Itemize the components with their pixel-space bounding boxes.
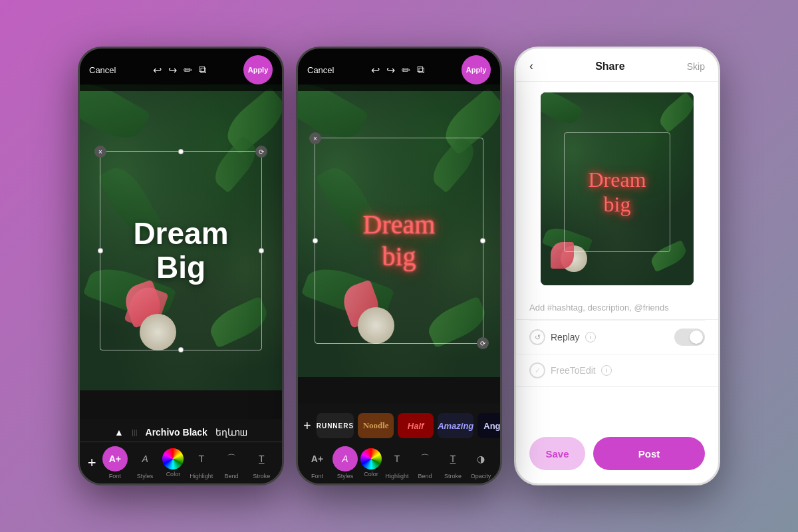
eraser-icon[interactable]: ✏ <box>184 64 192 76</box>
stroke-label: Stroke <box>253 473 270 479</box>
stroke-icon[interactable]: T <box>249 446 274 471</box>
font-indicator-left: ||| <box>132 428 138 436</box>
replay-info-icon[interactable]: i <box>585 332 596 342</box>
caption-placeholder: Add #hashtag, description, @friends <box>529 303 669 313</box>
highlight-label: Highlight <box>190 473 213 479</box>
styles-icon-2[interactable]: A <box>332 446 358 471</box>
tool-highlight[interactable]: T Highlight <box>189 446 214 479</box>
apply-button-1[interactable]: Apply <box>243 55 273 84</box>
bend-icon[interactable]: ⌒ <box>219 446 244 471</box>
toolbar-left-1: Cancel <box>89 65 116 75</box>
bend-label: Bend <box>224 473 238 479</box>
share-title: Share <box>595 61 624 72</box>
toolbar-1: Cancel ↩ ↪ ✏ ⧉ Apply <box>80 49 282 91</box>
font-name-alt-label[interactable]: եղևnш <box>215 427 247 438</box>
chevron-up-icon[interactable]: ▲ <box>114 427 124 438</box>
tool-stroke[interactable]: T Stroke <box>249 446 274 479</box>
handle-right[interactable] <box>259 248 264 253</box>
post-button[interactable]: Post <box>593 437 705 470</box>
styles-icon[interactable]: A <box>132 446 158 471</box>
style-noodle[interactable]: Noodle <box>358 413 394 438</box>
bottom-bar-2: + RUNNERS Noodle Half Amazing Angel Shin… <box>298 404 500 483</box>
text-box-1[interactable]: × ⟳ Dream Big <box>100 151 262 350</box>
handle-top[interactable] <box>178 149 184 154</box>
add-icon-2[interactable]: + <box>303 418 311 434</box>
font-label-2: Font <box>311 473 323 479</box>
stroke-icon-2[interactable]: T <box>440 446 466 471</box>
tool-bend-2[interactable]: ⌒ Bend <box>412 446 438 479</box>
styles-label: Styles <box>137 473 154 479</box>
style-amazing[interactable]: Amazing <box>438 413 473 438</box>
corner-x-icon[interactable]: × <box>94 146 106 158</box>
layers-icon-2[interactable]: ⧉ <box>417 64 424 76</box>
phone-1: Cancel ↩ ↪ ✏ ⧉ Apply × ⟳ <box>78 47 284 485</box>
tool-font[interactable]: A+ Font <box>102 446 128 479</box>
style-half[interactable]: Half <box>398 413 434 438</box>
canvas-2: × ⟳ Dream big <box>298 84 500 377</box>
toggle-knob-replay <box>690 331 703 344</box>
share-header: ‹ Share Skip <box>516 49 718 82</box>
replay-row: ↺ Replay i <box>516 321 718 354</box>
text-box-2[interactable]: × ⟳ Dream big <box>315 138 483 344</box>
handle-bottom[interactable] <box>178 347 184 352</box>
redo-icon[interactable]: ↪ <box>168 64 177 76</box>
color-icon[interactable] <box>162 448 184 469</box>
tool-font-2[interactable]: A+ Font <box>305 446 330 479</box>
font-label: Font <box>109 473 121 479</box>
font-name-label[interactable]: Archivo Black <box>146 427 207 438</box>
layers-icon[interactable]: ⧉ <box>199 64 206 76</box>
redo-icon-2[interactable]: ↪ <box>386 64 395 76</box>
add-icon[interactable]: + <box>88 454 96 471</box>
share-preview: Dream big <box>541 92 694 285</box>
highlight-icon-2[interactable]: T <box>384 446 410 471</box>
corner-rotate-icon[interactable]: ⟳ <box>255 146 267 158</box>
tool-stroke-2[interactable]: T Stroke <box>440 446 466 479</box>
tool-bend[interactable]: ⌒ Bend <box>219 446 244 479</box>
eraser-icon-2[interactable]: ✏ <box>402 64 410 76</box>
font-icon[interactable]: A+ <box>102 446 128 471</box>
tool-color[interactable]: Color <box>162 448 184 477</box>
handle-left-2[interactable] <box>313 238 318 243</box>
opacity-label: Opacity <box>471 473 491 479</box>
canvas-1: × ⟳ Dream Big <box>80 84 282 390</box>
undo-icon[interactable]: ↩ <box>153 64 162 76</box>
apply-button-2[interactable]: Apply <box>462 55 491 84</box>
styles-label-2: Styles <box>337 473 354 479</box>
cancel-button-2[interactable]: Cancel <box>307 65 334 75</box>
free-to-edit-info-icon[interactable]: i <box>601 365 612 376</box>
style-strip: + RUNNERS Noodle Half Amazing Angel Shin… <box>298 409 500 442</box>
bend-icon-2[interactable]: ⌒ <box>412 446 438 471</box>
corner-x-2[interactable]: × <box>309 132 321 144</box>
big-text-1: Big <box>156 251 205 285</box>
tool-styles[interactable]: A Styles <box>132 446 158 479</box>
free-to-edit-left: ✓ FreeToEdit i <box>529 362 612 378</box>
free-to-edit-row: ✓ FreeToEdit i <box>516 354 718 387</box>
dream-text-1: Dream <box>133 217 228 251</box>
share-caption[interactable]: Add #hashtag, description, @friends <box>516 296 718 320</box>
cancel-button-1[interactable]: Cancel <box>89 65 116 75</box>
big-text-2: big <box>382 241 416 273</box>
color-icon-2[interactable] <box>360 448 382 469</box>
tool-highlight-2[interactable]: T Highlight <box>384 446 410 479</box>
tool-styles-2[interactable]: A Styles <box>332 446 358 479</box>
color-label-2: Color <box>364 471 378 477</box>
save-button[interactable]: Save <box>529 437 585 470</box>
handle-right-2[interactable] <box>480 238 485 243</box>
highlight-icon[interactable]: T <box>189 446 214 471</box>
corner-rotate-2[interactable]: ⟳ <box>477 337 489 349</box>
replay-icon: ↺ <box>529 329 545 345</box>
tool-opacity[interactable]: ◑ Opacity <box>468 446 493 479</box>
replay-toggle[interactable] <box>674 329 705 346</box>
handle-left[interactable] <box>98 248 103 253</box>
style-runners[interactable]: RUNNERS <box>317 413 354 438</box>
tool-color-2[interactable]: Color <box>360 448 382 477</box>
skip-button[interactable]: Skip <box>687 61 705 72</box>
preview-dream: Dream <box>588 168 646 192</box>
share-panel: ‹ Share Skip Dream big Add #hashtag, des… <box>514 47 720 485</box>
preview-big: big <box>604 192 631 217</box>
back-button[interactable]: ‹ <box>529 59 533 73</box>
font-icon-2[interactable]: A+ <box>305 446 330 471</box>
undo-icon-2[interactable]: ↩ <box>371 64 380 76</box>
style-angel[interactable]: Angel <box>477 413 500 438</box>
opacity-icon[interactable]: ◑ <box>468 446 493 471</box>
